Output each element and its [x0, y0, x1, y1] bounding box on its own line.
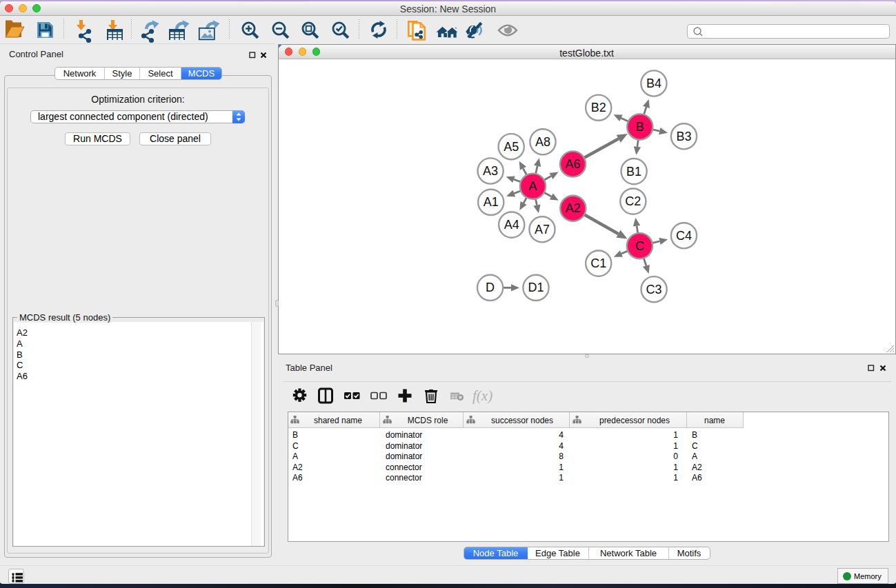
svg-text:C1: C1	[590, 256, 606, 270]
svg-text:A: A	[528, 179, 537, 193]
svg-text:D: D	[486, 281, 495, 294]
svg-text:A5: A5	[504, 139, 519, 153]
svg-text:B: B	[635, 120, 644, 134]
svg-text:A6: A6	[565, 157, 580, 171]
svg-text:B3: B3	[676, 129, 691, 143]
svg-text:C: C	[635, 239, 644, 252]
svg-text:B2: B2	[590, 101, 606, 114]
svg-text:A8: A8	[535, 134, 550, 148]
svg-text:A7: A7	[534, 222, 549, 236]
svg-text:A3: A3	[483, 164, 498, 178]
svg-text:D1: D1	[528, 281, 544, 294]
svg-text:C2: C2	[625, 194, 641, 208]
svg-text:A2: A2	[565, 201, 580, 215]
svg-text:C3: C3	[646, 282, 661, 296]
svg-text:A4: A4	[504, 218, 519, 232]
svg-text:B4: B4	[646, 77, 661, 90]
svg-text:B1: B1	[626, 164, 641, 178]
svg-text:A1: A1	[483, 195, 498, 209]
svg-text:C4: C4	[675, 228, 691, 242]
